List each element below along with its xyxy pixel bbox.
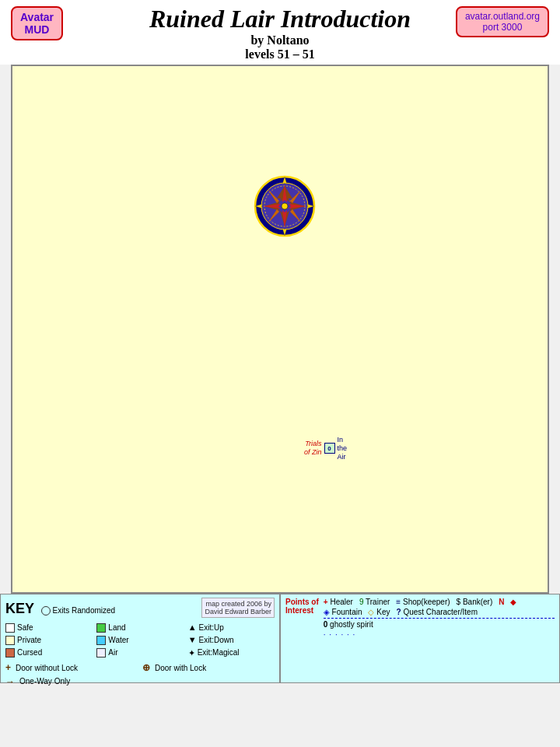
door-with-lock: ⊕Door with Lock	[142, 661, 275, 675]
poi-items-row: + Healer 9 Trainer ≡ Shop(keeper) $ Bank…	[324, 598, 555, 606]
room-label-left: Trials of Zin	[304, 440, 322, 457]
poi-list-item-0: 0 ghostly spirit	[324, 620, 373, 629]
avatar-badge: Avatar MUD	[11, 6, 63, 40]
poi-key: ◇ Key	[368, 608, 390, 616]
poi-fountain: ◈ Fountain	[324, 608, 362, 616]
server-line1: avatar.outland.org	[465, 11, 540, 22]
compass-rose	[254, 175, 316, 237]
swatch-air: Air	[96, 647, 183, 659]
room-node: Trials of Zin 0 In the Air	[304, 436, 347, 461]
poi-bank: $ Bank(er)	[457, 598, 493, 606]
server-line2: port 3000	[465, 22, 540, 33]
swatch-cursed: Cursed	[5, 647, 92, 659]
swatch-land: Land	[96, 622, 183, 633]
avatar-badge-line2: MUD	[20, 23, 54, 36]
poi-shop: ≡ Shop(keeper)	[396, 598, 450, 606]
svg-point-16	[282, 203, 288, 209]
poi-healer: + Healer	[324, 598, 353, 606]
exit-magical: ✦Exit:Magical	[188, 647, 275, 659]
legend-area: KEY Exits Randomized map created 2006 by…	[0, 594, 560, 683]
poi-divider	[324, 618, 555, 619]
exit-down: ▼Exit:Down	[188, 634, 275, 646]
poi-list: 0 ghostly spirit	[324, 620, 555, 629]
swatch-water: Water	[96, 634, 183, 646]
poi-section: Points ofInterest + Healer 9 Trainer ≡ S…	[280, 594, 560, 683]
map-credit: map created 2006 by David Edward Barber	[201, 598, 275, 618]
water-label: Water	[108, 635, 128, 646]
exit-up: ▲Exit:Up	[188, 622, 275, 633]
exits-randomized-row: Exits Randomized	[41, 606, 115, 615]
door-no-lock: +Door without Lock	[5, 661, 138, 675]
server-badge: avatar.outland.org port 3000	[456, 6, 549, 37]
map-area: Trials of Zin 0 In the Air	[11, 65, 549, 594]
room-box: 0	[324, 443, 335, 454]
poi-diamond: ◆	[510, 598, 516, 606]
avatar-badge-line1: Avatar	[20, 11, 54, 23]
page-byline: by Noltano levels 51 – 51	[0, 33, 560, 61]
key-title: KEY	[5, 601, 34, 617]
poi-title: Points ofInterest	[285, 598, 319, 615]
poi-trainer: 9 Trainer	[359, 598, 390, 606]
poi-items-row2: ◈ Fountain ◇ Key ? Quest Character/Item	[324, 608, 555, 616]
swatch-private: Private	[5, 634, 92, 646]
room-label-right: In the Air	[338, 436, 348, 461]
page-header: Avatar MUD Ruined Lair Introduction by N…	[0, 0, 560, 65]
swatch-safe: Safe	[5, 622, 92, 633]
poi-north: N	[499, 598, 504, 606]
one-way: →One-Way Only	[5, 675, 138, 689]
poi-quest: ? Quest Character/Item	[397, 608, 478, 616]
key-section: KEY Exits Randomized map created 2006 by…	[0, 594, 280, 683]
